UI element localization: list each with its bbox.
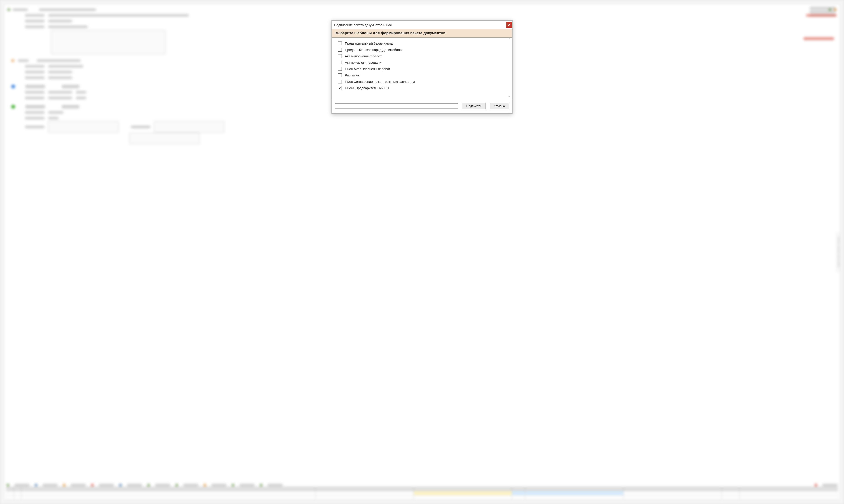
footer-text-input[interactable] <box>335 104 458 109</box>
template-option[interactable]: Расписка <box>338 72 506 78</box>
template-option[interactable]: Акт приемки - передачи <box>338 59 506 66</box>
template-label: Акт выполненных работ <box>345 54 382 58</box>
template-label: Расписка <box>345 73 359 77</box>
template-label: FDoc1 Предварительный ЗН <box>345 86 389 90</box>
template-option[interactable]: Акт выполненных работ <box>338 53 506 59</box>
template-label: FDoc Акт выполненных работ <box>345 67 390 71</box>
close-button[interactable]: ✕ <box>506 22 512 28</box>
template-checkbox[interactable] <box>338 41 342 45</box>
template-list: Предварительный Заказ-нарядПредв-ный Зак… <box>332 38 512 99</box>
template-checkbox[interactable] <box>338 60 342 64</box>
cancel-button[interactable]: Отмена <box>490 103 509 109</box>
modal-banner: Выберите шаблоны для формирования пакета… <box>332 29 512 38</box>
template-checkbox[interactable] <box>338 67 342 71</box>
template-label: FDoc Соглашение по контрактным запчастям <box>345 80 415 84</box>
template-checkbox[interactable] <box>338 48 342 52</box>
template-label: Предв-ный Заказ-наряд Делимобиль <box>345 48 401 52</box>
template-option[interactable]: FDoc Акт выполненных работ <box>338 66 506 72</box>
template-option[interactable]: Предв-ный Заказ-наряд Делимобиль <box>338 47 506 53</box>
scroll-down-icon[interactable]: ˅ <box>508 95 511 98</box>
fdoc-sign-modal: Подписание пакета докумнетов F.Doc ✕ Выб… <box>331 20 513 114</box>
template-checkbox[interactable] <box>338 73 342 77</box>
sign-button[interactable]: Подписать <box>462 103 485 109</box>
close-icon: ✕ <box>508 23 511 26</box>
template-option[interactable]: Предварительный Заказ-наряд <box>338 40 506 47</box>
template-checkbox[interactable] <box>338 80 342 84</box>
template-label: Акт приемки - передачи <box>345 60 381 64</box>
template-checkbox[interactable] <box>338 86 342 90</box>
template-checkbox[interactable] <box>338 54 342 58</box>
modal-titlebar: Подписание пакета докумнетов F.Doc ✕ <box>332 21 512 29</box>
template-option[interactable]: FDoc Соглашение по контрактным запчастям <box>338 78 506 85</box>
template-label: Предварительный Заказ-наряд <box>345 41 393 45</box>
template-option[interactable]: FDoc1 Предварительный ЗН <box>338 85 506 91</box>
scroll-up-icon[interactable]: ˄ <box>508 38 511 41</box>
modal-footer: Подписать Отмена <box>332 99 512 113</box>
modal-title-text: Подписание пакета докумнетов F.Doc <box>334 23 392 27</box>
